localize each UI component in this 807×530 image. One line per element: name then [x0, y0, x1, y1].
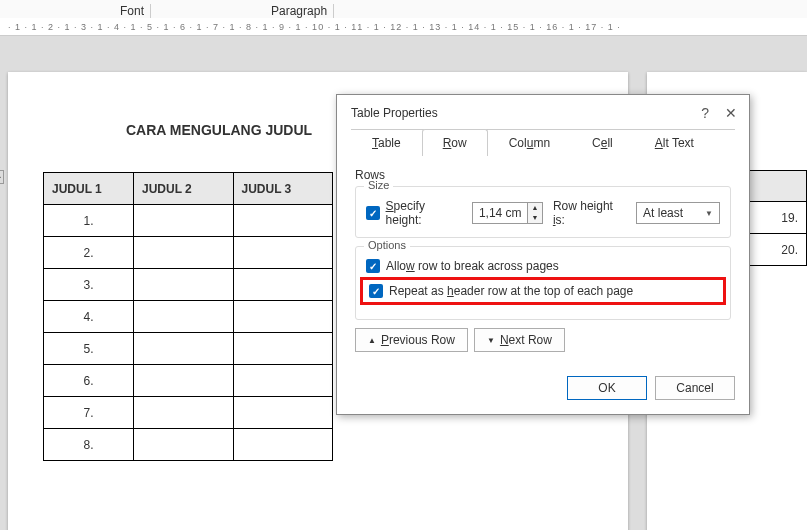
table-row: 1. — [44, 205, 333, 237]
cancel-button[interactable]: Cancel — [655, 376, 735, 400]
triangle-up-icon: ▲ — [368, 336, 376, 345]
ribbon-group-paragraph: Paragraph — [271, 4, 334, 18]
dialog-tabs: Table Row Column Cell Alt Text — [337, 129, 749, 156]
height-spinner[interactable]: ▲▼ — [472, 202, 543, 224]
rows-label: Rows — [355, 168, 731, 182]
repeat-header-checkbox[interactable]: ✓ Repeat as header row at the top of eac… — [369, 284, 717, 298]
table-header-row: JUDUL 1 JUDUL 2 JUDUL 3 — [44, 173, 333, 205]
chevron-down-icon: ▼ — [705, 209, 713, 218]
dialog-title: Table Properties — [351, 106, 438, 120]
checkbox-checked-icon: ✓ — [366, 259, 380, 273]
ribbon-groups: Font Paragraph — [0, 0, 807, 18]
tab-row[interactable]: Row — [422, 129, 488, 156]
size-group: Size ✓ Specify height: ▲▼ Row height is:… — [355, 186, 731, 238]
table-row: 3. — [44, 269, 333, 301]
highlight-box: ✓ Repeat as header row at the top of eac… — [360, 277, 726, 305]
table-row: 5. — [44, 333, 333, 365]
table-move-handle[interactable]: ✥ — [0, 170, 4, 184]
tab-table[interactable]: Table — [351, 129, 422, 156]
table-row: 7. — [44, 397, 333, 429]
options-group: Options ✓ Allow row to break across page… — [355, 246, 731, 320]
col-header[interactable]: JUDUL 3 — [233, 173, 333, 205]
next-row-button[interactable]: ▼Next Row — [474, 328, 565, 352]
table-properties-dialog: Table Properties ? ✕ Table Row Column Ce… — [336, 94, 750, 415]
tab-column[interactable]: Column — [488, 129, 571, 156]
table-row: 4. — [44, 301, 333, 333]
ribbon-group-font: Font — [120, 4, 151, 18]
spin-up-icon[interactable]: ▲ — [528, 203, 542, 213]
height-input[interactable] — [473, 206, 527, 220]
row-height-select[interactable]: At least▼ — [636, 202, 720, 224]
spin-down-icon[interactable]: ▼ — [528, 213, 542, 223]
triangle-down-icon: ▼ — [487, 336, 495, 345]
specify-height-checkbox[interactable]: ✓ Specify height: — [366, 199, 462, 227]
table-row: 2. — [44, 237, 333, 269]
document-table[interactable]: JUDUL 1 JUDUL 2 JUDUL 3 1. 2. 3. 4. 5. 6… — [43, 172, 333, 461]
document-area: ✥ CARA MENGULANG JUDUL JUDUL 1 JUDUL 2 J… — [0, 36, 807, 530]
allow-break-checkbox[interactable]: ✓ Allow row to break across pages — [366, 259, 720, 273]
tab-alt-text[interactable]: Alt Text — [634, 129, 715, 156]
help-button[interactable]: ? — [701, 105, 709, 121]
tab-cell[interactable]: Cell — [571, 129, 634, 156]
row-height-is-label: Row height is: — [553, 199, 626, 227]
checkbox-checked-icon: ✓ — [369, 284, 383, 298]
previous-row-button[interactable]: ▲Previous Row — [355, 328, 468, 352]
horizontal-ruler[interactable]: · 1 · 1 · 2 · 1 · 3 · 1 · 4 · 1 · 5 · 1 … — [0, 18, 807, 36]
ok-button[interactable]: OK — [567, 376, 647, 400]
col-header[interactable]: JUDUL 1 — [44, 173, 134, 205]
col-header[interactable]: JUDUL 2 — [134, 173, 234, 205]
close-button[interactable]: ✕ — [725, 105, 737, 121]
table-row: 6. — [44, 365, 333, 397]
table-row: 8. — [44, 429, 333, 461]
checkbox-checked-icon: ✓ — [366, 206, 380, 220]
